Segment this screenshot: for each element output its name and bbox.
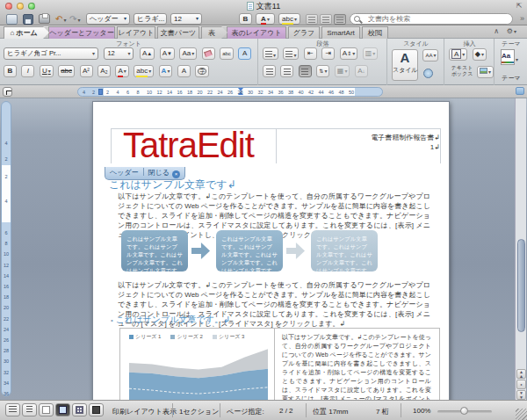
- tab-document-parts[interactable]: 文書パーツ: [157, 26, 199, 39]
- manage-styles-button[interactable]: AA▾: [422, 49, 438, 62]
- italic-button[interactable]: I: [21, 65, 34, 77]
- font-size-dropdown[interactable]: 12▾: [170, 13, 202, 25]
- bullet-heading[interactable]: •これはサンプル文章です。↲: [111, 314, 230, 326]
- browse-object-button[interactable]: ●: [516, 380, 526, 389]
- document-area[interactable]: 4224681012141618202224262830323436 Tatra…: [0, 98, 527, 400]
- bullet-list-button[interactable]: ▾: [263, 47, 278, 60]
- area-chart[interactable]: [129, 344, 270, 400]
- browse-previous-button[interactable]: ▲▲: [516, 369, 526, 379]
- split-view-handle[interactable]: [516, 87, 524, 95]
- line-spacing-button[interactable]: A⇕▾: [340, 47, 357, 60]
- bold-button[interactable]: B: [239, 13, 252, 25]
- outline-view-button[interactable]: [22, 403, 37, 416]
- para-align-center-button[interactable]: [280, 65, 293, 77]
- tab-table[interactable]: 表: [201, 26, 227, 39]
- tab-header-footer[interactable]: ヘッダーとフッター: [48, 26, 115, 39]
- highlight-ribbon-button[interactable]: abc▾: [134, 65, 154, 77]
- highlight-button[interactable]: abc▾: [278, 13, 300, 25]
- undo-button[interactable]: ↶▾: [55, 13, 66, 26]
- underline-button[interactable]: U▾: [40, 65, 54, 77]
- ribbon-font-name-dropdown[interactable]: ヒラギノ角ゴ Pr...▾: [4, 47, 98, 60]
- para-align-justify-button[interactable]: [299, 65, 312, 77]
- increase-indent-button[interactable]: ⇥: [321, 47, 335, 60]
- notebook-layout-button[interactable]: [72, 403, 87, 416]
- browse-next-button[interactable]: ▼▼: [516, 390, 526, 400]
- header-mode-tab[interactable]: ヘッダー閉じる×: [105, 167, 185, 180]
- logo-text[interactable]: TatraEdit: [123, 127, 254, 163]
- insert-picture-button[interactable]: ▾: [477, 66, 494, 78]
- redo-button[interactable]: ↷▾: [69, 13, 80, 26]
- search-field[interactable]: [350, 13, 513, 25]
- diagram-box[interactable]: これはサンプル文章です。これはサンプル文章です。これはサンプル文章です。これはサ…: [216, 230, 283, 272]
- draft-view-button[interactable]: [5, 403, 20, 416]
- horizontal-ruler[interactable]: 4224681012141618202224262830323436384042…: [77, 87, 383, 97]
- document-page[interactable]: TatraEdit 電子書籍制作報告書↲ 1↲ これはサンプル文章です↲ ヘッダ…: [92, 101, 450, 400]
- numbered-list-button[interactable]: ▾: [283, 47, 299, 60]
- font-color-ribbon-button[interactable]: A▾: [115, 65, 128, 77]
- para-spacing-button[interactable]: ⇅▾: [316, 65, 329, 77]
- columns-button[interactable]: ▥▾: [363, 47, 379, 60]
- focus-view-button[interactable]: [89, 403, 104, 416]
- tab-review[interactable]: 校閲: [362, 26, 388, 39]
- tab-smartart[interactable]: SmartArt: [321, 26, 360, 39]
- subscript-button[interactable]: A₂: [97, 65, 111, 77]
- tab-layout[interactable]: レイアウト: [117, 26, 155, 39]
- new-document-button[interactable]: [6, 14, 18, 25]
- strikethrough-button[interactable]: abc: [58, 65, 75, 77]
- clear-formatting-button[interactable]: [202, 47, 215, 60]
- align-left-button[interactable]: [306, 14, 318, 25]
- tab-home[interactable]: ⌂ホーム: [4, 26, 49, 39]
- right-arrow-shape[interactable]: [286, 243, 305, 259]
- styles-button[interactable]: Aスタイル: [392, 49, 418, 81]
- font-dropdown[interactable]: ヒラギ...▾: [134, 13, 167, 25]
- align-center-button[interactable]: [320, 14, 332, 25]
- print-layout-button[interactable]: [55, 403, 70, 416]
- header-close-button[interactable]: 閉じる: [148, 169, 170, 177]
- resize-grip[interactable]: [516, 409, 527, 420]
- content-table[interactable]: シリーズ 1シリーズ 2シリーズ 3 以下はサンプル文章です。↲このテンプレート…: [119, 328, 440, 400]
- change-case-button[interactable]: Aa▾: [179, 47, 197, 60]
- character-border-button[interactable]: A: [238, 47, 251, 60]
- insert-textbox-button[interactable]: A▾: [449, 48, 467, 61]
- save-button[interactable]: [23, 14, 33, 25]
- header-right-text[interactable]: 電子書籍制作報告書↲ 1↲: [348, 133, 440, 152]
- toolbar-overflow-icon[interactable]: »: [520, 14, 524, 23]
- page-indicator-value[interactable]: 2 / 2: [279, 407, 293, 415]
- bold-ribbon-button[interactable]: B: [4, 65, 17, 77]
- search-input[interactable]: [368, 14, 507, 24]
- align-justify-button[interactable]: [334, 14, 346, 25]
- page-indicator-label[interactable]: ページ指定:: [227, 407, 264, 416]
- zoom-slider-knob[interactable]: [460, 407, 468, 415]
- insert-shapes-button[interactable]: ◆▾: [473, 48, 487, 61]
- style-dropdown[interactable]: ヘッダー▾: [86, 13, 130, 25]
- right-arrow-shape[interactable]: [191, 243, 210, 259]
- publishing-layout-button[interactable]: [39, 403, 54, 416]
- close-header-icon[interactable]: ×: [172, 170, 180, 178]
- superscript-button[interactable]: A²: [80, 65, 93, 77]
- ribbon-gear-icon[interactable]: ⚙▾: [507, 27, 516, 35]
- first-line-indent-marker[interactable]: [98, 89, 103, 95]
- table-cell-text[interactable]: 以下はサンプル文章です。↲このテンプレートを使って、自分の所属するワークグループ…: [282, 333, 431, 400]
- themes-button[interactable]: Aa: [501, 49, 515, 65]
- web-preview-icon[interactable]: [423, 69, 433, 78]
- phonetic-guide-button[interactable]: abc: [220, 47, 234, 60]
- ribbon-collapse-icon[interactable]: ∧: [494, 27, 499, 35]
- diagram-box[interactable]: これはサンプル文章です。これはサンプル文章です。これはサンプル文章です。これはサ…: [311, 230, 378, 272]
- enclose-character-button[interactable]: 字: [195, 65, 209, 77]
- scrollbar-thumb[interactable]: [517, 239, 525, 332]
- character-shading-button[interactable]: A: [177, 65, 191, 77]
- fullscreen-icon[interactable]: ⇱: [515, 2, 523, 11]
- diagram-box[interactable]: これはサンプル文章です。これはサンプル文章です。これはサンプル文章です。これはサ…: [121, 230, 188, 272]
- shrink-font-button[interactable]: A▼: [160, 47, 175, 60]
- font-color-button[interactable]: A▾: [256, 13, 275, 25]
- tab-chart[interactable]: グラフ: [288, 26, 320, 39]
- tab-stop-selector[interactable]: [3, 87, 12, 97]
- grow-font-button[interactable]: A▲: [140, 47, 155, 60]
- tab-table-layout[interactable]: 表のレイアウト: [227, 26, 286, 39]
- para-align-left-button[interactable]: [263, 65, 276, 77]
- vertical-scrollbar[interactable]: ▲▲ ● ▼▼: [515, 98, 526, 400]
- sort-button[interactable]: A↓: [355, 65, 368, 77]
- vertical-ruler[interactable]: 4224681012141618202224262830323436: [1, 101, 11, 396]
- borders-button[interactable]: ▦▾: [335, 65, 350, 77]
- text-effects-button[interactable]: A▾: [159, 65, 173, 77]
